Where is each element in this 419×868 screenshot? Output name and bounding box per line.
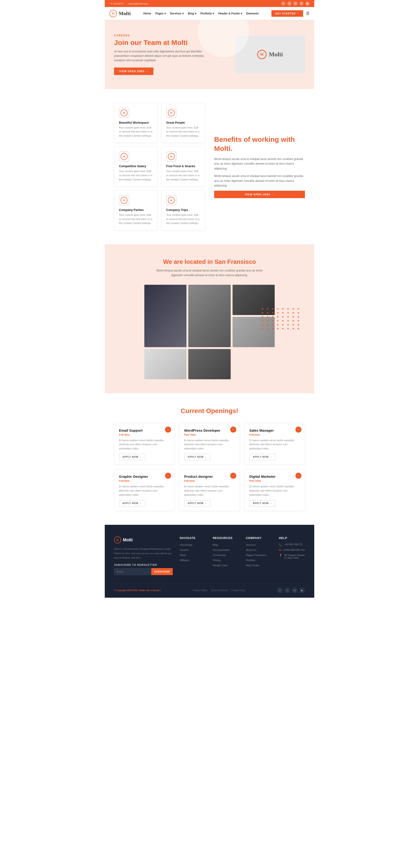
dot-31 [297,320,299,321]
get-started-button[interactable]: GET STARTED → [271,10,303,17]
dot-11 [277,312,279,314]
benefits-text-col: Benefits of working with Molti. Morbi te… [214,103,305,230]
hero-title: Join our Team at Molti [114,39,207,46]
footer-com-link-4[interactable]: Help Center [246,564,260,567]
benefit-logo-icon-1: M [168,110,175,116]
nav-portfolio[interactable]: Portfolio ▾ [200,12,214,15]
job-title-3: Graphic Designer [119,474,170,478]
nav-home[interactable]: Home [143,12,151,15]
job-desc-0: Et harum quidem rerum facilis expedita d… [119,438,170,451]
footer-phone: 📞 +49 892 358 75 [279,543,305,547]
location-heading-brand: San Fransisco [215,258,256,265]
dot-21 [287,316,289,318]
nav-header-footer[interactable]: Header & Footer ▾ [218,12,242,15]
job-title-5: Digital Marketer [249,474,300,478]
openings-heading-brand: Openings! [206,407,238,414]
hero-cta-button[interactable]: VIEW OPEN JOBS → [114,67,153,75]
job-apply-button-0[interactable]: APPLY NOW → [119,454,145,460]
dot-30 [292,320,294,321]
footer-com-link-2[interactable]: Happy Customers [246,554,266,556]
job-apply-button-2[interactable]: APPLY NOW → [249,454,276,460]
email-icon: ✉ [279,549,281,552]
instagram-icon[interactable]: in [293,1,297,6]
job-apply-button-4[interactable]: APPLY NOW → [184,500,211,506]
footer-copyright: © Copyright Molti 2020. Made with ♥ Sama… [114,589,161,592]
site-logo[interactable]: M Molti [109,10,131,17]
nav-right: GET STARTED → ☰ [271,10,310,17]
footer-policy-link-2[interactable]: Cookie Policy [231,589,245,592]
footer-res-link-3[interactable]: Pricing [213,559,221,562]
footer-com-link-3[interactable]: Portfolio [246,559,255,562]
navbar: M Molti Home Pages ▾ Services ▾ Blog ▾ P… [105,7,314,20]
footer-policy-link-0[interactable]: Privacy Policy [193,589,207,592]
hero-logo-icon: M [257,50,266,59]
benefit-icon-wrapper-4: M [119,195,129,205]
hero-title-plain: Join our Team at [114,39,171,46]
benefit-icon-wrapper-1: M [166,108,176,118]
nav-services[interactable]: Services ▾ [170,12,184,15]
footer-subscribe-button[interactable]: SUBSCRIBE [151,568,173,575]
dot-45 [287,328,289,330]
job-apply-button-3[interactable]: APPLY NOW → [119,500,145,506]
facebook-icon[interactable]: f [281,1,285,6]
footer-nav-link-1[interactable]: Careers [180,549,189,551]
nav-pages[interactable]: Pages ▾ [155,12,166,15]
dot-4 [282,308,284,310]
footer-policy-link-1[interactable]: Terms of Service [211,589,228,592]
jobs-grid: → Email Support Full-time Et harum quide… [114,423,305,511]
pinterest-icon[interactable]: p [299,1,303,6]
benefit-title-4: Company Parties [119,208,153,212]
footer-youtube-icon[interactable]: ▶ [299,587,305,593]
logo-icon: M [109,10,117,17]
footer-com-link-1[interactable]: About Us [246,549,256,551]
benefit-card-1: M Great People Your content goes here. E… [161,103,205,143]
benefit-card-4: M Company Parties Your content goes here… [114,190,158,230]
benefit-card-0: M Beautiful Workspace Your content goes … [114,103,158,143]
footer-com-link-0[interactable]: Services [246,544,256,546]
footer-nav-link-3[interactable]: Affiliates [180,559,189,562]
site-footer: M Molti Molti is a Professionally Design… [105,525,314,598]
job-desc-1: Et harum quidem rerum facilis expedita d… [184,438,235,451]
dot-36 [282,324,284,326]
nav-blog[interactable]: Blog ▾ [188,12,196,15]
dots-decoration [262,308,300,330]
hamburger-icon[interactable]: ☰ [306,11,310,16]
footer-linkedin-icon[interactable]: in [292,587,297,593]
benefits-desc-2: Morbi tempus iaculis urna id volutpat la… [214,174,305,188]
footer-res-link-2[interactable]: Community [213,554,226,556]
footer-nav-link-2[interactable]: News [180,554,186,556]
benefits-cta-button[interactable]: VIEW OPEN JOBS → [214,191,305,198]
benefit-desc-2: Your content goes here. Edit or remove t… [119,169,153,182]
dot-26 [272,320,273,321]
dot-38 [292,324,294,326]
footer-facebook-icon[interactable]: f [277,587,283,593]
location-photo-2 [144,285,187,347]
job-arrow-3: → [165,473,171,479]
footer-email-input[interactable] [114,568,151,575]
benefit-title-2: Competitive Salary [119,164,153,168]
job-apply-button-5[interactable]: APPLY NOW → [249,500,276,506]
benefit-desc-4: Your content goes here. Edit or remove t… [119,213,153,225]
openings-section: Current Openings! → Email Support Full-t… [105,393,314,525]
dot-3 [277,308,279,310]
nav-elements[interactable]: Elements [246,12,259,15]
job-apply-button-1[interactable]: APPLY NOW → [184,454,211,460]
footer-nav-link-0[interactable]: HomePage [180,544,193,546]
youtube-icon[interactable]: ▶ [305,1,310,6]
footer-about-col: M Molti Molti is a Professionally Design… [114,536,173,575]
footer-res-link-0[interactable]: Blog [213,544,218,546]
twitter-icon[interactable]: t [287,1,291,6]
job-arrow-5: → [295,473,301,479]
job-desc-3: Et harum quidem rerum facilis expedita d… [119,485,170,497]
footer-res-link-4[interactable]: Design Case [213,564,227,567]
job-arrow-1: → [230,427,236,433]
dot-7 [297,308,299,310]
dot-25 [267,320,268,321]
job-title-0: Email Support [119,428,170,432]
benefits-heading: Benefits of working with Molti. [214,135,305,153]
hero-content: CAREERS Join our Team at Molti At vero e… [114,34,207,75]
footer-res-link-1[interactable]: Documentation [213,549,230,551]
benefit-logo-icon-0: M [121,110,128,116]
footer-twitter-icon[interactable]: t [285,587,290,593]
benefits-desc-1: Morbi tempus iaculis urna id volutpat la… [214,157,305,171]
